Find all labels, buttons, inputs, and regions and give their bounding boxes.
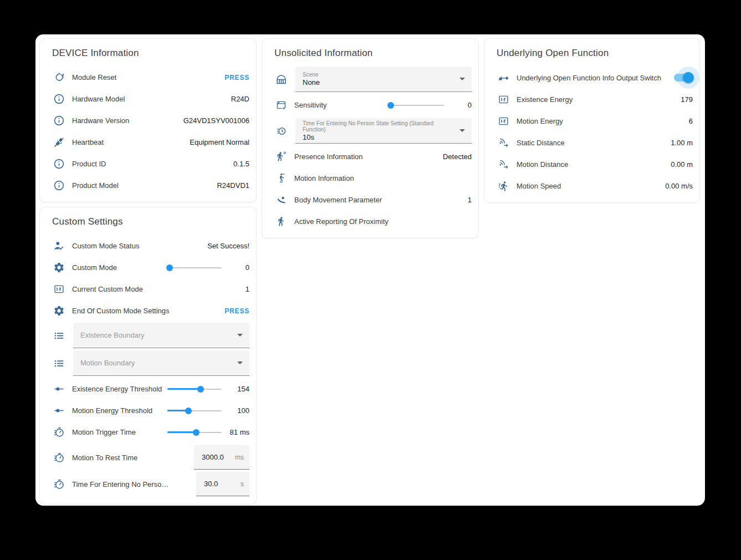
row-value: 0 [447,101,472,109]
row-label: Time For Entering No Perso… [72,480,193,488]
product-id-row: Product ID 0.1.5 [52,153,249,175]
presence-walk-waves-icon [274,150,288,164]
numbers-123-icon [52,283,65,296]
current-custom-mode-row: Current Custom Mode 1 [52,278,249,300]
chevron-down-icon [237,334,243,337]
row-label: Current Custom Mode [72,285,246,293]
hardware-model-row: Hardware Model R24D [52,88,249,110]
row-label: Motion Speed [517,182,665,190]
motion-information-row: Motion Information [274,167,472,189]
row-label: Motion Energy Threshold [72,406,167,415]
field-unit: ms [235,454,244,461]
row-value: 0.1.5 [233,160,249,168]
numbers-123-icon [497,115,510,128]
output-switch-row: Underlying Open Function Info Output Swi… [497,67,693,89]
slider-thumb[interactable] [193,429,200,436]
module-reset-press-button[interactable]: PRESS [224,74,249,82]
row-value: 0.00 m/s [665,182,693,190]
sensitivity-icon [274,99,288,112]
existence-boundary-row: Existence Boundary [52,323,249,348]
row-label: Hardware Version [72,116,183,125]
row-label: Existence Energy Threshold [72,385,167,393]
row-label: Motion To Rest Time [72,454,191,462]
custom-settings-title: Custom Settings [52,216,249,227]
row-label: Product ID [72,160,233,168]
row-value: 0 [225,263,249,272]
timer-icon [52,477,65,491]
switch-icon [497,71,510,84]
toggle-thumb[interactable] [683,72,694,83]
field-unit: s [241,480,244,488]
select-label: Scene [303,72,455,78]
end-custom-mode-press-button[interactable]: PRESS [224,307,249,315]
body-movement-row: Body Movement Parameter 1 [274,189,472,211]
motion-distance-row: Motion Distance 0.00 m [497,154,693,175]
existence-energy-threshold-row: Existence Energy Threshold 154 [52,378,249,400]
select-value: 10s [303,134,455,141]
motion-to-rest-time-row: Motion To Rest Time 3000.0 ms [52,445,249,470]
row-value: 1 [468,196,472,204]
unsolicited-info-card: Unsolicited Information Scene None [262,38,479,238]
time-no-person-select[interactable]: Time For Entering No Person State Settin… [295,118,472,144]
signal-distance-icon [497,136,510,150]
person-check-icon [52,240,65,253]
running-speed-icon [497,180,510,193]
custom-mode-row: Custom Mode 0 [52,257,249,278]
row-value: G24VD1SYV001006 [183,116,249,125]
sensitivity-slider[interactable] [389,101,444,109]
slider-thumb[interactable] [387,102,394,109]
threshold-slider-icon [52,404,65,418]
row-label: Existence Energy [517,95,681,104]
chevron-down-icon [237,362,243,364]
time-no-person-input[interactable]: 30.0 s [196,472,249,496]
output-switch-toggle[interactable] [673,67,695,89]
row-label: Motion Information [294,174,472,182]
motion-person-icon [274,172,288,185]
row-label: Custom Mode [72,263,167,272]
slider-thumb[interactable] [197,386,204,393]
row-label: Hardware Model [72,95,231,103]
chevron-down-icon [459,129,465,132]
existence-energy-threshold-slider[interactable] [167,385,222,393]
row-label: Motion Energy [517,117,689,125]
timer-icon [52,451,65,464]
motion-to-rest-time-input[interactable]: 3000.0 ms [194,445,249,470]
row-value: Equipment Normal [190,138,249,146]
module-reset-row: Module Reset PRESS [52,67,249,88]
row-label: Presence Information [294,152,443,161]
gear-icon [52,261,65,274]
motion-boundary-select[interactable]: Motion Boundary [73,350,249,376]
motion-trigger-time-slider[interactable] [167,429,222,436]
numbers-123-icon [497,93,510,106]
time-setting-row: Time For Entering No Person State Settin… [274,118,472,144]
row-value: 0.00 m [671,160,693,169]
gear-icon [52,304,65,318]
row-label: Sensitivity [294,101,389,109]
scene-row: Scene None [274,67,472,92]
row-value: 179 [681,95,693,104]
active-reporting-row: Active Reporting Of Proximity [274,211,472,232]
row-value: 81 ms [225,428,249,436]
custom-settings-card: Custom Settings Custom Mode Status Set S… [39,207,257,505]
select-value: None [303,79,455,86]
scene-dome-icon [274,73,288,86]
scene-select[interactable]: Scene None [295,67,472,92]
existence-boundary-select[interactable]: Existence Boundary [73,323,249,348]
row-label: Module Reset [72,73,224,82]
custom-mode-slider[interactable] [167,264,222,272]
right-column: Underlying Open Function Underlying Open… [484,38,700,203]
row-label: Heartbeat [72,138,190,146]
app-window: DEVICE Information Module Reset PRESS [35,34,705,506]
row-value: R24D [231,95,249,103]
slider-thumb[interactable] [185,408,192,414]
end-custom-mode-row: End Of Custom Mode Settings PRESS [52,300,249,322]
row-value: R24DVD1 [217,181,249,190]
signal-distance-icon [497,158,510,171]
presence-information-row: Presence Information Detected [274,146,472,167]
field-value: 3000.0 [202,453,229,461]
row-label: Custom Mode Status [72,242,207,250]
select-label: Existence Boundary [80,332,233,338]
row-value: 154 [225,385,249,393]
slider-thumb[interactable] [166,264,173,271]
motion-energy-threshold-slider[interactable] [167,407,222,415]
